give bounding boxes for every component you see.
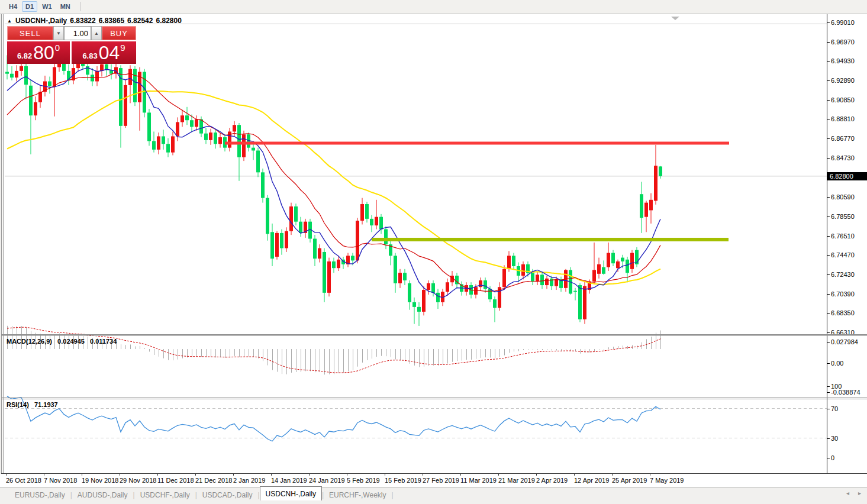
arrow-right-icon: ▸ [858,490,861,496]
chart-tab-usdcad-daily[interactable]: USDCAD-,Daily [197,489,258,502]
buy-price-point: 9 [120,43,125,53]
buy-button[interactable]: BUY [102,26,136,40]
candle-body [275,233,279,257]
candle-body [630,253,634,269]
volume-increase-button[interactable]: ▲ [91,26,102,40]
chart-tab-eurusd-daily[interactable]: EURUSD-,Daily [9,489,70,502]
candle-body [446,282,449,292]
macd-bar [215,349,216,357]
chart-tab-usdchf-daily[interactable]: USDCHF-,Daily [135,489,195,502]
sell-button[interactable]: SELL [7,26,53,40]
tab-scroll-left-button[interactable]: ◂ [846,490,849,496]
rsi-panel-separator[interactable] [1,398,867,398]
candle-body [233,125,236,131]
macd-bar [495,349,495,358]
macd-bar [277,349,278,372]
macd-panel-separator[interactable] [1,334,867,335]
candle-body [157,136,160,149]
rsi-indicator-label: RSI(14) 71.1937 [7,401,58,408]
rsi-axis-label: 0 [831,454,834,462]
macd-bar [637,345,637,349]
tab-scroll-right-button[interactable]: ▸ [858,490,861,496]
mt4-window: H4D1W1MN ▲USDCNH-,Daily6.838226.838656.8… [0,0,867,504]
macd-bar [315,349,315,372]
main-chart-canvas[interactable] [4,14,827,473]
candle-body [403,273,407,280]
macd-bar [310,349,311,371]
price-axis-label: 6.76510 [831,232,855,240]
ohlc-low: 6.82542 [127,17,153,25]
timeframe-button-mn[interactable]: MN [57,1,74,12]
candle-body [313,239,317,259]
candle-body [479,280,482,287]
macd-bar [613,347,614,349]
candle-body [256,150,260,172]
candle-body [640,194,643,218]
candle-body [5,72,9,73]
macd-bar [168,349,169,360]
macd-bar [485,349,486,357]
volume-input[interactable] [64,26,91,40]
macd-bar [140,346,140,349]
candle-body [285,231,288,248]
candle-body [422,290,426,312]
sell-price[interactable]: 6.82 80 0 [7,41,70,64]
candle-body [10,74,14,77]
support-line[interactable] [372,238,729,241]
timeframe-button-h4[interactable]: H4 [5,1,21,12]
resistance-line[interactable] [225,141,729,144]
candle-body [360,204,364,221]
timeframe-button-w1[interactable]: W1 [38,1,56,12]
macd-bar [343,349,344,373]
buy-price-pips: 04 [99,44,120,62]
candle-body [242,134,246,157]
chart-tab-usdcnh-daily[interactable]: USDCNH-,Daily [260,486,322,501]
macd-bar [509,349,510,353]
macd-bar [362,349,363,363]
price-axis-label: 6.90850 [831,96,855,104]
candle-body [436,293,440,302]
candle-body [237,125,241,157]
chart-tab-audusd-daily[interactable]: AUDUSD-,Daily [72,489,133,502]
date-label: 11 Mar 2019 [460,477,497,484]
rsi-name: RSI(14) [7,401,29,408]
macd-bar [414,349,415,366]
price-axis-label: 6.92890 [831,76,855,85]
macd-bar [225,349,225,358]
candle-body [493,299,497,308]
candle-body [644,203,648,217]
price-axis[interactable]: 6.990106.969706.949306.928906.908506.888… [827,14,867,473]
price-axis-label: 6.99010 [831,18,855,27]
price-axis-label: 6.88810 [831,115,855,123]
macd-bar [220,349,221,357]
candle-body [209,133,212,140]
macd-bar [660,331,661,349]
macd-bar [239,349,240,357]
chart-tab-eurchf-weekly[interactable]: EURCHF-,Weekly [324,489,391,502]
macd-bar [305,349,306,371]
macd-bar [443,349,443,365]
rsi-axis-label: 30 [831,434,838,442]
macd-bar [272,349,273,370]
candle-body [379,217,383,230]
candle-body [384,229,388,244]
macd-bar [324,349,325,374]
macd-bar [547,349,547,350]
price-axis-label: 6.68350 [831,309,855,317]
candle-body [412,302,416,307]
date-label: 7 May 2019 [650,477,684,484]
timeframe-button-d1[interactable]: D1 [22,1,37,12]
macd-bar [253,349,254,357]
rsi-line [7,396,660,441]
triangle-down-icon[interactable] [671,17,679,20]
candle-body [20,66,23,71]
candle-body [204,134,208,140]
date-axis[interactable]: 26 Oct 20187 Nov 201819 Nov 201829 Nov 2… [0,474,867,487]
chevron-down-icon: ▼ [56,31,61,36]
macd-bar [428,349,429,366]
buy-price[interactable]: 6.83 04 9 [72,41,136,64]
candle-body [176,122,179,136]
volume-decrease-button[interactable]: ▼ [53,26,64,40]
triangle-up-icon[interactable]: ▲ [7,18,12,24]
candle-body [394,256,397,283]
